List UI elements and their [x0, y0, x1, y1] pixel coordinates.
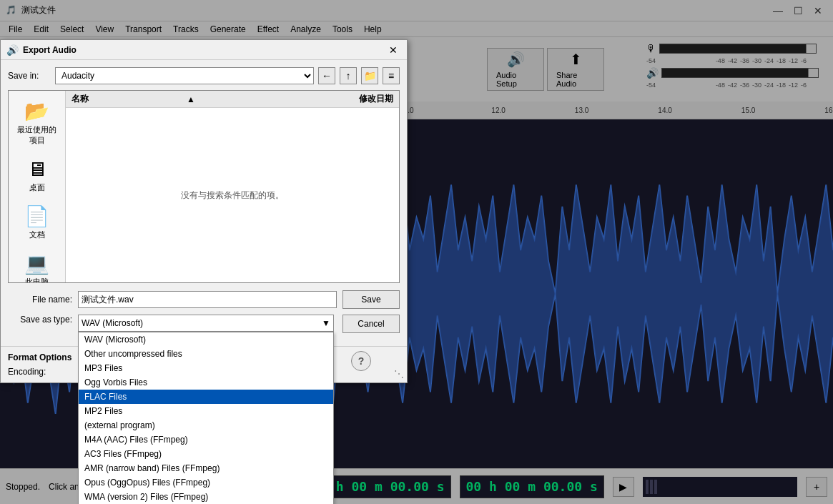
desktop-icon: 🖥	[27, 157, 47, 181]
save-in-row: Save in: Audacity ← ↑ 📁 ≡	[8, 67, 400, 84]
nav-new-folder-button[interactable]: 📁	[361, 67, 378, 84]
format-select-display[interactable]: WAV (Microsoft) ▼	[78, 315, 334, 332]
recent-label: 最近使用的项目	[15, 124, 59, 146]
shortcut-documents[interactable]: 📄 文档	[12, 202, 62, 243]
encoding-label: Encoding:	[8, 367, 58, 377]
right-panel: 名称 ▲ 修改日期 没有与搜索条件匹配的项。	[66, 91, 399, 282]
file-empty-message: 没有与搜索条件匹配的项。	[66, 108, 399, 282]
dialog-title-bar: 🔊 Export Audio ✕	[1, 40, 407, 60]
saveas-row: Save as type: WAV (Microsoft) ▼ WAV (Mic…	[8, 315, 400, 333]
shortcut-computer[interactable]: 💻 此电脑	[12, 249, 62, 283]
dialog-title-icon: 🔊	[6, 44, 19, 56]
option-other-uncompressed[interactable]: Other uncompressed files	[79, 347, 333, 361]
sort-arrow-icon: ▲	[187, 94, 195, 104]
option-ac3[interactable]: AC3 Files (FFmpeg)	[79, 447, 333, 461]
option-amr[interactable]: AMR (narrow band) Files (FFmpeg)	[79, 461, 333, 475]
file-browser: 📂 最近使用的项目 🖥 桌面 📄 文档 💻	[8, 90, 400, 283]
help-button[interactable]: ?	[351, 351, 371, 371]
save-in-select[interactable]: Audacity	[55, 67, 314, 84]
resize-handle[interactable]: ⋱	[394, 368, 404, 380]
option-opus[interactable]: Opus (OggOpus) Files (FFmpeg)	[79, 475, 333, 490]
nav-up-button[interactable]: ↑	[340, 67, 357, 84]
export-dialog: 🔊 Export Audio ✕ Save in: Audacity ← ↑ 📁…	[0, 39, 408, 383]
filename-input[interactable]	[78, 291, 337, 308]
option-wav[interactable]: WAV (Microsoft)	[79, 332, 333, 347]
option-mp3[interactable]: MP3 Files	[79, 361, 333, 375]
dialog-close-button[interactable]: ✕	[385, 43, 401, 57]
option-mp2[interactable]: MP2 Files	[79, 404, 333, 418]
saveas-label: Save as type:	[8, 315, 72, 325]
format-select-value: WAV (Microsoft)	[82, 318, 143, 328]
format-dropdown[interactable]: WAV (Microsoft) ▼ WAV (Microsoft) Other …	[78, 315, 334, 332]
option-flac[interactable]: FLAC Files	[79, 390, 333, 404]
documents-icon: 📄	[24, 204, 49, 228]
shortcut-recent[interactable]: 📂 最近使用的项目	[12, 97, 62, 149]
dialog-overlay: 🔊 Export Audio ✕ Save in: Audacity ← ↑ 📁…	[0, 0, 833, 504]
option-ogg[interactable]: Ogg Vorbis Files	[79, 375, 333, 390]
nav-view-button[interactable]: ≡	[383, 67, 400, 84]
shortcut-desktop[interactable]: 🖥 桌面	[12, 154, 62, 196]
file-header: 名称 ▲ 修改日期	[66, 91, 399, 108]
recent-icon: 📂	[24, 99, 49, 123]
option-wma[interactable]: WMA (version 2) Files (FFmpeg)	[79, 490, 333, 504]
left-panel: 📂 最近使用的项目 🖥 桌面 📄 文档 💻	[9, 91, 66, 282]
option-external[interactable]: (external program)	[79, 418, 333, 433]
file-col-date: 修改日期	[307, 93, 393, 105]
filename-row: File name: Save	[8, 290, 400, 309]
dropdown-arrow-icon: ▼	[322, 318, 330, 328]
computer-label: 此电脑	[25, 277, 49, 283]
dialog-body: Save in: Audacity ← ↑ 📁 ≡ 📂 最近使用的	[1, 60, 407, 346]
main-window: 🎵 测试文件 — ☐ ✕ File Edit Select View Trans…	[0, 0, 833, 504]
save-button[interactable]: Save	[342, 290, 400, 309]
nav-back-button[interactable]: ←	[318, 67, 335, 84]
documents-label: 文档	[29, 229, 45, 240]
filename-label: File name:	[8, 295, 72, 305]
file-col-name: 名称	[72, 93, 184, 105]
desktop-label: 桌面	[29, 182, 45, 193]
dialog-title-text: Export Audio	[23, 45, 385, 55]
option-m4a[interactable]: M4A (AAC) Files (FFmpeg)	[79, 433, 333, 447]
save-in-label: Save in:	[8, 71, 51, 81]
computer-icon: 💻	[24, 252, 49, 275]
cancel-button[interactable]: Cancel	[342, 315, 400, 333]
format-dropdown-list: WAV (Microsoft) Other uncompressed files…	[78, 332, 334, 504]
